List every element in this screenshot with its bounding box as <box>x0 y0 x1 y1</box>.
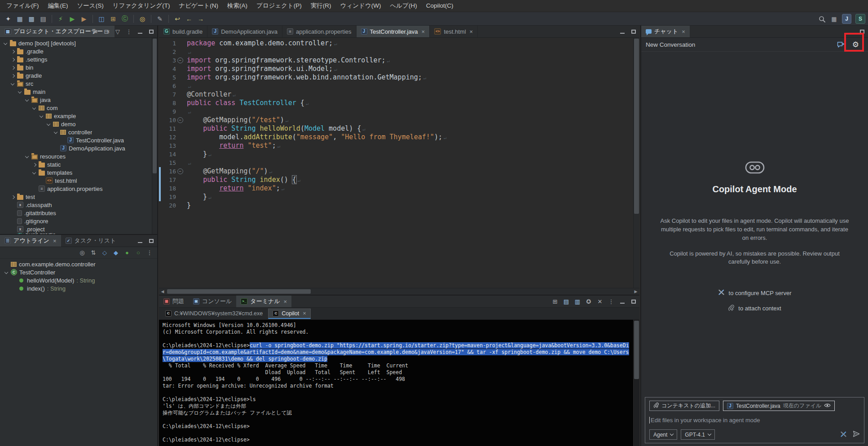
chevron-collapsed-icon[interactable] <box>11 74 15 78</box>
fold-marker-icon[interactable] <box>176 56 184 65</box>
pin-console-icon[interactable]: ✪ <box>585 298 593 306</box>
chevron-expanded-icon[interactable] <box>4 41 8 45</box>
link-with-editor-icon[interactable]: ⇄ <box>91 28 99 36</box>
hide-local-types-icon[interactable]: ○ <box>134 249 142 257</box>
tree-item-com[interactable]: com <box>0 104 152 112</box>
tab-[interactable]: ▣コンソール <box>189 296 236 307</box>
editor-tab-application-properties[interactable]: ≡application.properties <box>282 26 357 37</box>
menu-refactoring[interactable]: リファクタリング(T) <box>108 0 175 12</box>
menu-help[interactable]: ヘルプ(H) <box>385 0 421 12</box>
send-icon[interactable] <box>853 430 860 439</box>
new-class-icon[interactable]: Ⓒ <box>119 14 130 24</box>
menu-navigate[interactable]: ナビゲート(N) <box>174 0 223 12</box>
scrollbar-thumb[interactable] <box>167 289 311 294</box>
tree-item-example[interactable]: example <box>0 112 152 120</box>
chevron-expanded-icon[interactable] <box>25 155 29 159</box>
tab-task-list[interactable]: ✓ タスク・リスト <box>61 235 121 247</box>
minimize-icon[interactable] <box>136 237 144 245</box>
maximize-icon[interactable] <box>147 28 155 36</box>
tab-outline[interactable]: ☰ アウトライン × <box>0 235 61 247</box>
maximize-icon[interactable] <box>147 237 155 245</box>
new-terminal-icon[interactable]: ⊞ <box>551 298 559 306</box>
new-package-icon[interactable]: ⊞ <box>108 14 119 24</box>
chevron-expanded-icon[interactable] <box>25 98 29 102</box>
last-edit-location-icon[interactable]: ↩ <box>172 14 183 24</box>
outline-item-com-example-demo-controller[interactable]: com.example.demo.controller <box>0 260 157 268</box>
menu-copilot[interactable]: Copilot(C) <box>422 0 458 12</box>
tree-item-resources[interactable]: resources <box>0 152 152 160</box>
agent-mode-select[interactable]: Agent <box>649 429 677 440</box>
code-area[interactable]: 1package com.example.demo.controller;23i… <box>159 39 633 210</box>
scroll-left-icon[interactable]: ◀ <box>159 288 166 295</box>
hide-static-members-icon[interactable]: ◆ <box>112 249 120 257</box>
editor-tab-test-html[interactable]: <>test.html× <box>430 26 478 37</box>
editor-scrollbar-horizontal[interactable]: ◀ ▶ <box>159 288 639 295</box>
tab-chat[interactable]: チャット × <box>641 26 690 37</box>
menu-run[interactable]: 実行(R) <box>306 0 336 12</box>
save-all-icon[interactable]: ▩ <box>26 14 37 24</box>
chevron-expanded-icon[interactable] <box>54 130 58 134</box>
tree-item-java[interactable]: java <box>0 96 152 104</box>
close-icon[interactable]: × <box>421 28 425 35</box>
close-icon[interactable]: × <box>53 238 57 244</box>
debug-icon[interactable]: ⚡ <box>55 14 66 24</box>
tree-item-build-gradle[interactable]: Gbuild.gradle <box>0 233 152 234</box>
outline-item-helloworld-model[interactable]: helloWorld(Model) : String <box>0 276 157 284</box>
view-menu-icon[interactable]: ⋮ <box>607 298 615 306</box>
search-icon[interactable] <box>818 15 826 23</box>
chat-input[interactable]: Edit files in your workspace in agent mo… <box>649 414 860 426</box>
print-icon[interactable]: ▤ <box>38 14 48 24</box>
run-icon[interactable]: ▶ <box>67 14 78 24</box>
outline-item-testcontroller[interactable]: CTestController <box>0 268 157 276</box>
hide-fields-icon[interactable]: ◇ <box>101 249 109 257</box>
tree-item-classpath[interactable]: x.classpath <box>0 201 152 209</box>
new-java-project-icon[interactable]: ◫ <box>96 14 107 24</box>
tree-item-demo[interactable]: demo <box>0 120 152 128</box>
chevron-collapsed-icon[interactable] <box>11 49 15 53</box>
other-perspective-icon[interactable]: S <box>855 14 865 24</box>
tree-item-project[interactable]: x.project <box>0 225 152 233</box>
menu-edit[interactable]: 編集(E) <box>44 0 73 12</box>
tab-[interactable]: ▦問題 <box>159 296 189 307</box>
maximize-icon[interactable] <box>630 298 638 306</box>
chevron-expanded-icon[interactable] <box>32 171 36 175</box>
attach-context-link[interactable]: to attach context <box>728 305 781 312</box>
tree-item-gradle[interactable]: gradle <box>0 71 152 79</box>
tree-item-demo-boot-devtools[interactable]: demo [boot] [devtools] <box>0 39 152 47</box>
annotations-icon[interactable]: ✎ <box>154 14 165 24</box>
view-menu-icon[interactable]: ⋮ <box>125 28 133 36</box>
tree-item-test[interactable]: test <box>0 193 152 201</box>
close-icon[interactable]: × <box>470 28 473 35</box>
configure-mcp-link[interactable]: to configure MCP server <box>718 289 792 297</box>
fold-marker-icon[interactable] <box>176 167 184 176</box>
menu-source[interactable]: ソース(S) <box>73 0 108 12</box>
chevron-collapsed-icon[interactable] <box>11 195 15 199</box>
scroll-right-icon[interactable]: ▶ <box>632 288 639 295</box>
chevron-collapsed-icon[interactable] <box>11 57 15 62</box>
tree-item-settings[interactable]: .settings <box>0 55 152 63</box>
terminal-tab-c-windows-system32-cmd-exe[interactable]: CC:¥WINDOWS¥system32¥cmd.exe <box>161 309 267 319</box>
tree-item-gradle[interactable]: .gradle <box>0 47 152 55</box>
tree-item-application-properties[interactable]: ≡application.properties <box>0 185 152 193</box>
open-console-icon[interactable]: ▤ <box>562 298 570 306</box>
chevron-expanded-icon[interactable] <box>18 90 22 94</box>
hide-non-public-members-icon[interactable]: ● <box>123 249 131 257</box>
terminal-scrollbar[interactable] <box>633 320 639 446</box>
menu-search[interactable]: 検索(A) <box>223 0 252 12</box>
close-icon[interactable]: × <box>682 28 685 35</box>
scrollbar-thumb[interactable] <box>153 39 157 173</box>
chevron-expanded-icon[interactable] <box>11 82 15 86</box>
collapse-all-icon[interactable]: ⊟ <box>102 28 110 36</box>
tree-item-controller[interactable]: controller <box>0 128 152 136</box>
tree-item-gitignore[interactable]: .gitignore <box>0 217 152 225</box>
tree-item-bin[interactable]: bin <box>0 63 152 71</box>
terminal-output[interactable]: Microsoft Windows [Version 10.0.26100.49… <box>159 320 633 446</box>
tree-item-src[interactable]: src <box>0 79 152 88</box>
search-flashlight-icon[interactable]: ◎ <box>137 14 148 24</box>
chevron-collapsed-icon[interactable] <box>32 163 36 167</box>
tab-[interactable]: >_ターミナル× <box>236 296 291 307</box>
chevron-expanded-icon[interactable] <box>4 270 9 274</box>
close-icon[interactable]: × <box>303 310 306 317</box>
eye-icon[interactable] <box>824 403 831 409</box>
menu-project[interactable]: プロジェクト(P) <box>252 0 306 12</box>
